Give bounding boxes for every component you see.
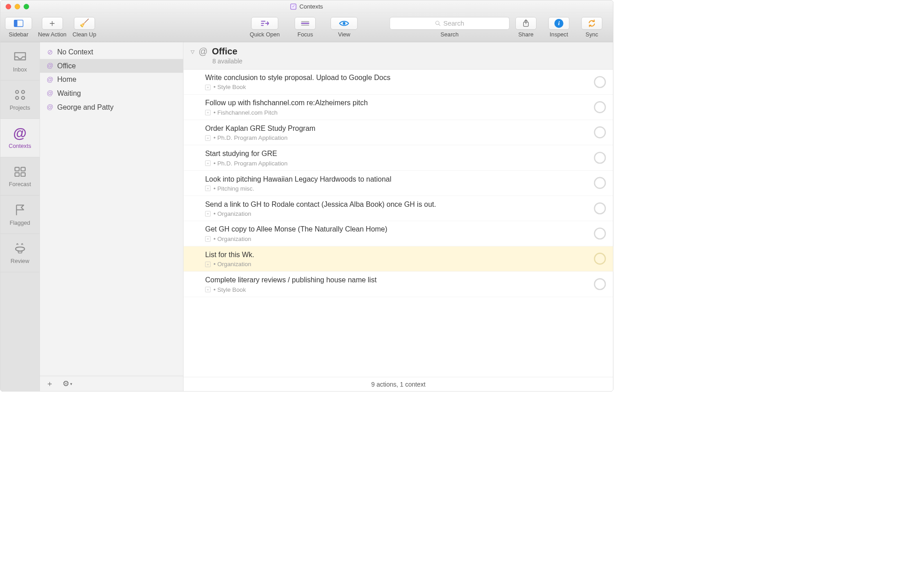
sidebar-toggle-button[interactable]: [5, 17, 32, 30]
task-row[interactable]: Get GH copy to Allee Monse (The Naturall…: [183, 221, 613, 246]
task-checkbox[interactable]: [594, 278, 606, 290]
task-checkbox[interactable]: [594, 126, 606, 138]
inbox-icon: [13, 50, 27, 63]
svg-point-10: [22, 90, 25, 94]
task-body: Start studying for GRE ≡ • Ph.D. Program…: [205, 149, 606, 167]
rail-item-review[interactable]: Review: [0, 234, 40, 272]
toolbar-share-group: Share: [515, 17, 537, 38]
task-row[interactable]: Follow up with fishchannel.com re:Alzhei…: [183, 95, 613, 120]
minimize-window-button[interactable]: [15, 4, 20, 9]
app-icon: ✓: [291, 4, 296, 9]
titlebar: ✓ Contexts: [0, 0, 613, 13]
search-input[interactable]: Search: [389, 17, 509, 30]
forecast-icon: [14, 165, 26, 178]
context-settings-button[interactable]: ⚙▾: [63, 379, 72, 388]
focus-button[interactable]: [295, 17, 316, 30]
view-button[interactable]: [331, 17, 358, 30]
search-label: Search: [441, 31, 459, 38]
app-window: ✓ Contexts Sidebar ＋ New Action 🧹 Clean …: [0, 0, 613, 392]
svg-rect-15: [15, 173, 19, 176]
svg-rect-13: [15, 167, 19, 171]
task-meta: ≡ • Fishchannel.com Pitch: [205, 109, 585, 116]
rail-item-label: Forecast: [9, 181, 31, 188]
quick-open-button[interactable]: [251, 17, 278, 30]
task-body: Order Kaplan GRE Study Program ≡ • Ph.D.…: [205, 124, 606, 142]
task-title: Send a link to GH to Rodale contact (Jes…: [205, 200, 585, 209]
context-item-no-context[interactable]: ⊘ No Context: [40, 45, 183, 59]
task-row[interactable]: Send a link to GH to Rodale contact (Jes…: [183, 196, 613, 221]
task-row[interactable]: Look into pitching Hawaiian Legacy Hardw…: [183, 170, 613, 196]
context-sidebar-footer: ＋ ⚙▾: [40, 376, 183, 392]
task-body: Write conclusion to style proposal. Uplo…: [205, 73, 606, 91]
task-checkbox[interactable]: [594, 202, 606, 214]
broom-icon: 🧹: [80, 18, 89, 28]
focus-icon: [301, 20, 309, 26]
task-checkbox[interactable]: [594, 177, 606, 189]
context-item-george-patty[interactable]: @ George and Patty: [40, 100, 183, 114]
svg-point-12: [22, 96, 25, 99]
task-body: Complete literary reviews / publishing h…: [205, 275, 606, 293]
project-icon: ≡: [205, 186, 210, 191]
task-checkbox[interactable]: [594, 227, 606, 240]
task-body: Get GH copy to Allee Monse (The Naturall…: [205, 225, 606, 243]
task-checkbox[interactable]: [594, 101, 606, 113]
close-window-button[interactable]: [6, 4, 11, 9]
maximize-window-button[interactable]: [24, 4, 29, 9]
svg-point-11: [15, 96, 18, 99]
rail-item-label: Review: [11, 258, 30, 264]
share-icon: [523, 19, 530, 27]
rail-item-inbox[interactable]: Inbox: [0, 42, 40, 80]
info-icon: i: [554, 19, 563, 28]
search-icon: [435, 20, 441, 26]
context-item-home[interactable]: @ Home: [40, 73, 183, 87]
task-body: Follow up with fishchannel.com re:Alzhei…: [205, 98, 606, 116]
rail-item-contexts[interactable]: @ Contexts: [0, 119, 40, 157]
context-item-label: Home: [57, 76, 76, 84]
task-checkbox[interactable]: [594, 253, 606, 265]
rail-item-projects[interactable]: Projects: [0, 80, 40, 119]
task-checkbox[interactable]: [594, 152, 606, 164]
rail-item-label: Flagged: [9, 219, 30, 226]
context-list: ⊘ No Context @ Office @ Home @ Waiting @: [40, 42, 183, 376]
window-title: Contexts: [300, 3, 323, 10]
review-icon: [13, 241, 26, 254]
inspect-button[interactable]: i: [548, 17, 569, 30]
task-title: Look into pitching Hawaiian Legacy Hardw…: [205, 174, 585, 184]
task-row[interactable]: Write conclusion to style proposal. Uplo…: [183, 70, 613, 95]
task-row[interactable]: Order Kaplan GRE Study Program ≡ • Ph.D.…: [183, 120, 613, 145]
focus-label: Focus: [298, 31, 313, 38]
share-button[interactable]: [515, 17, 537, 30]
window-controls: [6, 4, 29, 9]
task-project: • Fishchannel.com Pitch: [214, 109, 277, 116]
sync-button[interactable]: [581, 17, 603, 30]
task-title: Start studying for GRE: [205, 149, 585, 159]
task-row[interactable]: List for this Wk. ≡ • Organization: [183, 246, 613, 272]
task-meta: ≡ • Style Book: [205, 286, 585, 293]
add-context-button[interactable]: ＋: [46, 379, 54, 389]
clean-up-button[interactable]: 🧹: [74, 17, 95, 30]
rail-item-flagged[interactable]: Flagged: [0, 196, 40, 234]
rail-item-forecast[interactable]: Forecast: [0, 157, 40, 196]
rail-item-label: Contexts: [9, 143, 31, 149]
status-text: 9 actions, 1 context: [371, 381, 426, 388]
toolbar-cleanup-group: 🧹 Clean Up: [72, 17, 96, 38]
new-action-label: New Action: [38, 31, 67, 38]
projects-icon: [14, 88, 26, 101]
toolbar-right: Search Search Share i Inspect: [389, 17, 608, 38]
sidebar-toggle-label: Sidebar: [9, 31, 28, 38]
task-row[interactable]: Complete literary reviews / publishing h…: [183, 272, 613, 297]
context-item-label: Waiting: [57, 89, 81, 98]
no-context-icon: ⊘: [46, 48, 54, 56]
new-action-button[interactable]: ＋: [42, 17, 63, 30]
task-checkbox[interactable]: [594, 76, 606, 88]
disclosure-triangle[interactable]: ▽: [191, 49, 194, 54]
context-item-office[interactable]: @ Office: [40, 59, 183, 73]
context-item-label: No Context: [57, 48, 93, 57]
flag-icon: [14, 203, 25, 216]
task-row[interactable]: Start studying for GRE ≡ • Ph.D. Program…: [183, 145, 613, 170]
rail-item-label: Inbox: [13, 66, 27, 73]
task-body: Send a link to GH to Rodale contact (Jes…: [205, 200, 606, 218]
svg-point-5: [343, 22, 345, 25]
toolbar-focus-group: Focus: [295, 17, 316, 38]
context-item-waiting[interactable]: @ Waiting: [40, 86, 183, 100]
